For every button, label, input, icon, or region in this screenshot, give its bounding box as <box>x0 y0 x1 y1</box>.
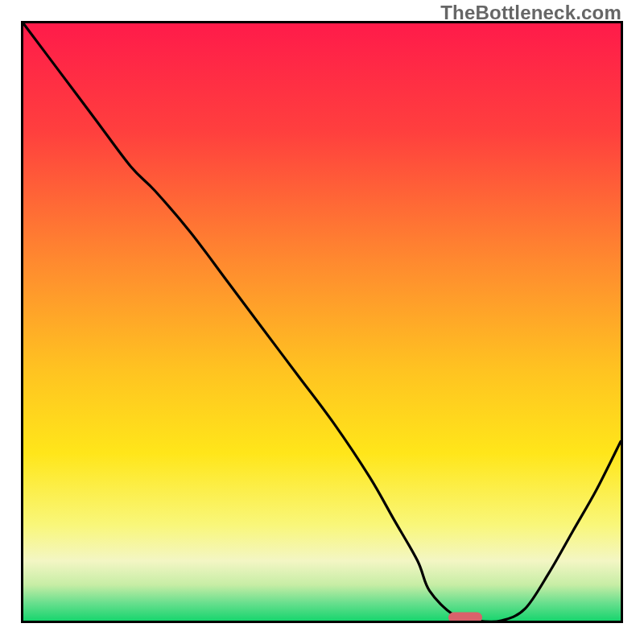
plot-area <box>21 21 623 623</box>
optimal-marker <box>448 613 482 623</box>
bottleneck-curve <box>23 23 621 621</box>
chart-container: TheBottleneck.com <box>0 0 644 644</box>
